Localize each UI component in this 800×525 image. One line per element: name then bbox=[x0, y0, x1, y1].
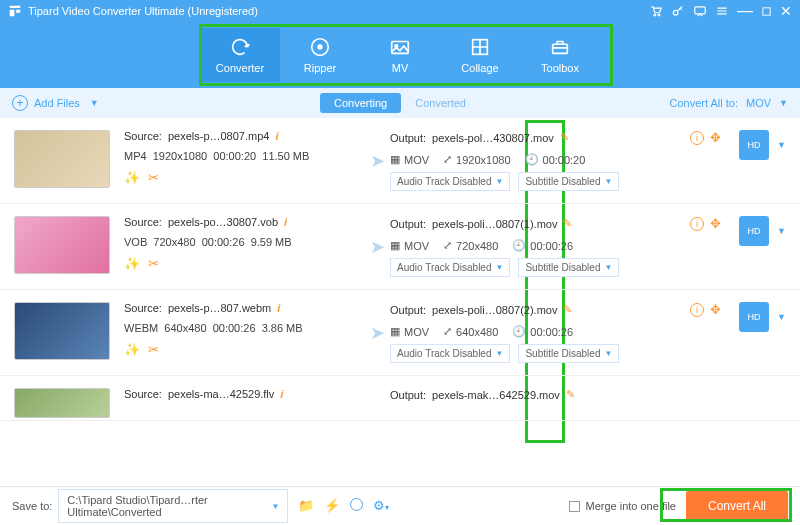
move-icon[interactable]: ✥ bbox=[710, 130, 721, 145]
file-row: Source: pexels-p…807.webm i WEBM 640x480… bbox=[0, 290, 800, 376]
source-dur: 00:00:20 bbox=[213, 150, 256, 162]
nav-toolbox-label: Toolbox bbox=[541, 62, 579, 74]
cart-icon[interactable] bbox=[649, 4, 663, 18]
thumbnail[interactable] bbox=[14, 388, 110, 418]
output-filename: pexels-poli…0807(2).mov bbox=[432, 304, 557, 316]
gpu-icon[interactable] bbox=[350, 498, 363, 514]
svg-rect-3 bbox=[695, 7, 706, 14]
edit-icon[interactable]: ✨ bbox=[124, 170, 140, 185]
file-row: Source: pexels-po…30807.vob i VOB 720x48… bbox=[0, 204, 800, 290]
nav-converter[interactable]: Converter bbox=[200, 28, 280, 82]
source-filename: pexels-ma…42529.flv bbox=[168, 388, 274, 400]
thumbnail[interactable] bbox=[14, 216, 110, 274]
close-button[interactable]: ✕ bbox=[780, 3, 792, 19]
profile-chevron-icon[interactable]: ▼ bbox=[777, 140, 786, 150]
subtitle-select[interactable]: Subtitle Disabled▼ bbox=[518, 344, 619, 363]
source-label: Source: bbox=[124, 130, 162, 142]
rename-icon[interactable]: ✎ bbox=[560, 131, 569, 144]
arrow-icon: ➤ bbox=[364, 236, 390, 258]
output-filename: pexels-mak…642529.mov bbox=[432, 389, 560, 401]
open-folder-icon[interactable]: 📁 bbox=[298, 498, 314, 514]
tab-converting[interactable]: Converting bbox=[320, 93, 401, 113]
output-filename: pexels-poli…0807(1).mov bbox=[432, 218, 557, 230]
convert-all-to-dropdown[interactable]: Convert All to: MOV ▼ bbox=[670, 97, 788, 109]
nav-ripper[interactable]: Ripper bbox=[280, 28, 360, 82]
nav-mv-label: MV bbox=[392, 62, 409, 74]
output-info-icon[interactable]: i bbox=[690, 303, 704, 317]
nav-mv[interactable]: MV bbox=[360, 28, 440, 82]
arrow-icon: ➤ bbox=[364, 322, 390, 344]
save-to-label: Save to: bbox=[12, 500, 52, 512]
feedback-icon[interactable] bbox=[693, 4, 707, 18]
rename-icon[interactable]: ✎ bbox=[563, 303, 572, 316]
cut-icon[interactable]: ✂ bbox=[148, 342, 159, 357]
add-files-label: Add Files bbox=[34, 97, 80, 109]
profile-chevron-icon[interactable]: ▼ bbox=[777, 312, 786, 322]
nav-toolbox[interactable]: Toolbox bbox=[520, 28, 600, 82]
move-icon[interactable]: ✥ bbox=[710, 302, 721, 317]
output-profile-button[interactable]: HD bbox=[739, 130, 769, 160]
chevron-down-icon: ▼ bbox=[271, 502, 279, 511]
svg-point-6 bbox=[318, 45, 322, 49]
merge-checkbox[interactable]: Merge into one file bbox=[569, 500, 676, 512]
chevron-down-icon: ▼ bbox=[90, 98, 99, 108]
add-files-button[interactable]: + Add Files ▼ bbox=[12, 95, 99, 111]
plus-icon: + bbox=[12, 95, 28, 111]
collage-icon bbox=[469, 36, 491, 58]
subtitle-select[interactable]: Subtitle Disabled▼ bbox=[518, 258, 619, 277]
arrow-icon: ➤ bbox=[364, 150, 390, 172]
window-title: Tipard Video Converter Ultimate (Unregis… bbox=[28, 5, 649, 17]
key-icon[interactable] bbox=[671, 4, 685, 18]
svg-point-1 bbox=[658, 14, 660, 16]
file-list: Source: pexels-p…0807.mp4 i MP4 1920x108… bbox=[0, 118, 800, 486]
edit-icon[interactable]: ✨ bbox=[124, 256, 140, 271]
menu-icon[interactable] bbox=[715, 4, 729, 18]
edit-icon[interactable]: ✨ bbox=[124, 342, 140, 357]
audio-track-select[interactable]: Audio Track Disabled▼ bbox=[390, 172, 510, 191]
rename-icon[interactable]: ✎ bbox=[563, 217, 572, 230]
source-res: 1920x1080 bbox=[153, 150, 207, 162]
nav-converter-label: Converter bbox=[216, 62, 264, 74]
audio-track-select[interactable]: Audio Track Disabled▼ bbox=[390, 258, 510, 277]
cut-icon[interactable]: ✂ bbox=[148, 170, 159, 185]
settings-icon[interactable]: ⚙▾ bbox=[373, 498, 389, 514]
output-info-icon[interactable]: i bbox=[690, 217, 704, 231]
output-profile-button[interactable]: HD bbox=[739, 216, 769, 246]
output-info-icon[interactable]: i bbox=[690, 131, 704, 145]
output-filename: pexels-pol…430807.mov bbox=[432, 132, 554, 144]
convert-all-to-label: Convert All to: bbox=[670, 97, 738, 109]
maximize-button[interactable] bbox=[761, 6, 772, 17]
source-size: 11.50 MB bbox=[262, 150, 309, 162]
svg-point-2 bbox=[673, 10, 678, 15]
audio-track-select[interactable]: Audio Track Disabled▼ bbox=[390, 344, 510, 363]
subbar: + Add Files ▼ Converting Converted Conve… bbox=[0, 88, 800, 118]
svg-point-0 bbox=[654, 14, 656, 16]
convert-all-button[interactable]: Convert All bbox=[686, 491, 788, 521]
thumbnail[interactable] bbox=[14, 302, 110, 360]
chevron-down-icon: ▼ bbox=[779, 98, 788, 108]
conversion-tabs: Converting Converted bbox=[320, 93, 480, 113]
rename-icon[interactable]: ✎ bbox=[566, 388, 575, 401]
source-filename: pexels-po…30807.vob bbox=[168, 216, 278, 228]
converter-icon bbox=[229, 36, 251, 58]
speed-icon[interactable]: ⚡ bbox=[324, 498, 340, 514]
source-container: MP4 bbox=[124, 150, 147, 162]
save-path-dropdown[interactable]: C:\Tipard Studio\Tipard…rter Ultimate\Co… bbox=[58, 489, 288, 523]
file-row: Source: pexels-p…0807.mp4 i MP4 1920x108… bbox=[0, 118, 800, 204]
app-logo-icon bbox=[8, 4, 22, 18]
tab-converted[interactable]: Converted bbox=[401, 93, 480, 113]
subtitle-select[interactable]: Subtitle Disabled▼ bbox=[518, 172, 619, 191]
info-icon[interactable]: i bbox=[275, 130, 278, 142]
convert-all-to-value: MOV bbox=[746, 97, 771, 109]
window-controls: — ✕ bbox=[649, 3, 792, 19]
cut-icon[interactable]: ✂ bbox=[148, 256, 159, 271]
thumbnail[interactable] bbox=[14, 130, 110, 188]
profile-chevron-icon[interactable]: ▼ bbox=[777, 226, 786, 236]
nav-collage[interactable]: Collage bbox=[440, 28, 520, 82]
output-profile-button[interactable]: HD bbox=[739, 302, 769, 332]
move-icon[interactable]: ✥ bbox=[710, 216, 721, 231]
info-icon[interactable]: i bbox=[280, 388, 283, 400]
info-icon[interactable]: i bbox=[284, 216, 287, 228]
source-filename: pexels-p…0807.mp4 bbox=[168, 130, 270, 142]
info-icon[interactable]: i bbox=[277, 302, 280, 314]
